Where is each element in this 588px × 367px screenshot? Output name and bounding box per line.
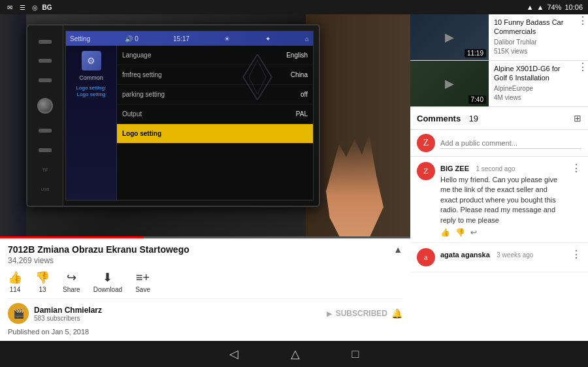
settings-menu: Language English fmfreq setting China pa… xyxy=(117,46,313,200)
sidebar-video-2[interactable]: ▶ 7:40 Alpine X901D-G6 for Golf 6 Instal… xyxy=(410,61,588,107)
comment-author-2: agata aganska xyxy=(440,251,490,259)
car-unit: TF USB Setting 🔊 0 15:17 ☀ ✦ ⌂ xyxy=(26,24,320,207)
save-label: Save xyxy=(135,286,150,293)
current-user-avatar: Z xyxy=(417,134,435,152)
comments-section: Comments 19 ⊞ Z Z BIG ZEE 1 second ago xyxy=(410,107,588,341)
wifi-icon: ▲ xyxy=(527,3,534,11)
sidebar-thumb-2: ▶ 7:40 xyxy=(410,61,489,106)
comment-more-1[interactable]: ⋮ xyxy=(566,162,581,237)
duration-badge-2: 7:40 xyxy=(468,95,486,104)
menu-arrow-logo: ▶ xyxy=(302,129,308,138)
subscribed-label: SUBSCRIBED xyxy=(336,309,387,318)
comments-title-area: Comments 19 xyxy=(417,112,478,124)
tf-label: TF xyxy=(42,168,48,172)
like-count: 114 xyxy=(10,286,21,293)
settings-header: Setting 🔊 0 15:17 ☀ ✦ ⌂ xyxy=(66,31,313,46)
like-button[interactable]: 👍 114 xyxy=(8,270,22,293)
menu-row-output[interactable]: Output PAL xyxy=(117,104,313,124)
sidebar-info-1: 10 Funny Badass Car Commercials Dalibor … xyxy=(489,14,572,60)
volume-icon: 🔊 0 xyxy=(125,35,138,42)
svg-marker-1 xyxy=(249,60,266,95)
channel-name[interactable]: Damian Chmielarz xyxy=(34,306,102,315)
diamond-decoration xyxy=(241,54,274,100)
sidebar-video-1[interactable]: ▶ 11:19 10 Funny Badass Car Commercials … xyxy=(410,14,588,61)
comment-time-1: 1 second ago xyxy=(476,165,515,172)
comment-like-icon[interactable]: 👍 xyxy=(440,228,450,237)
time-display: 10:06 xyxy=(564,3,583,11)
home-button[interactable]: △ xyxy=(291,347,300,361)
sidebar-title-1: 10 Funny Badass Car Commercials xyxy=(494,18,567,37)
video-title-row: 7012B Zmiana Obrazu Ekranu Startowego ▲ xyxy=(8,244,402,255)
comment-reply-icon[interactable]: ↩ xyxy=(470,228,477,237)
logo-setting-link[interactable]: Logo setting: Logo setting xyxy=(76,85,106,99)
menu-row-parking[interactable]: parking setting off xyxy=(117,85,313,104)
bell-icon[interactable]: 🔔 xyxy=(391,308,402,319)
channel-subs: 583 subscribers xyxy=(34,315,102,322)
comment-text-1: Hello my friend. Can you please give me … xyxy=(440,175,561,225)
video-section: TF USB Setting 🔊 0 15:17 ☀ ✦ ⌂ xyxy=(0,14,410,341)
sidebar-views-2: 4M views xyxy=(494,94,567,101)
menu-row-logo[interactable]: Logo setting ▶ xyxy=(117,124,313,144)
comment-body-1: BIG ZEE 1 second ago Hello my friend. Ca… xyxy=(440,162,561,237)
ctrl-btn-3 xyxy=(39,78,52,82)
nav-bar: ◁ △ □ xyxy=(0,341,588,367)
bluetooth-icon: ✦ xyxy=(265,35,270,42)
signal-icon: ▲ xyxy=(537,3,544,11)
menu-label-logo: Logo setting xyxy=(122,130,161,137)
comment-avatar-1: Z xyxy=(417,162,435,180)
download-label: Download xyxy=(93,286,122,293)
unit-screen: Setting 🔊 0 15:17 ☀ ✦ ⌂ ⚙ Common xyxy=(65,31,314,200)
more-button-1[interactable]: ⋮ xyxy=(572,14,588,60)
comment-body-2: agata aganska 3 weeks ago xyxy=(440,248,561,266)
comment-input[interactable] xyxy=(440,138,581,149)
status-bar-left: ✉ ☰ ◎ BG xyxy=(5,3,52,12)
recents-button[interactable]: □ xyxy=(352,347,359,361)
menu-row-language[interactable]: Language English xyxy=(117,46,313,65)
comment-dislike-icon[interactable]: 👎 xyxy=(455,228,465,237)
menu-value-parking: off xyxy=(301,91,308,98)
sidebar-views-1: 515K views xyxy=(494,48,567,55)
sidebar-title-2: Alpine X901D-G6 for Golf 6 Installation xyxy=(494,64,567,83)
menu-label-fmfreq: fmfreq setting xyxy=(122,71,162,78)
sidebar-thumb-1: ▶ 11:19 xyxy=(410,14,489,60)
sidebar-info-2: Alpine X901D-G6 for Golf 6 Installation … xyxy=(489,61,572,106)
setting-label: Setting xyxy=(70,35,90,42)
usb-label: USB xyxy=(41,187,49,191)
menu-row-fmfreq[interactable]: fmfreq setting China xyxy=(117,65,313,85)
publish-date: Published on Jan 5, 2018 xyxy=(8,328,402,336)
comment-more-2[interactable]: ⋮ xyxy=(566,248,581,266)
home-icon-unit: ⌂ xyxy=(305,35,309,42)
video-progress-fill xyxy=(0,236,144,238)
filter-icon[interactable]: ⊞ xyxy=(574,113,581,123)
share-button[interactable]: ↪ Share xyxy=(63,270,80,293)
status-bar: ✉ ☰ ◎ BG ▲ ▲ 74% 10:06 xyxy=(0,0,588,14)
comment-item-1: Z BIG ZEE 1 second ago Hello my friend. … xyxy=(410,157,588,243)
ctrl-btn-5 xyxy=(39,148,52,152)
dislike-button[interactable]: 👎 13 xyxy=(35,270,50,293)
status-label-bg: BG xyxy=(42,3,52,12)
menu-value-output: PAL xyxy=(296,110,308,118)
video-player[interactable]: TF USB Setting 🔊 0 15:17 ☀ ✦ ⌂ xyxy=(0,14,410,238)
comment-avatar-2: a xyxy=(417,248,435,266)
comments-count: 19 xyxy=(469,114,478,123)
status-icon-2: ☰ xyxy=(18,3,27,12)
status-icon-3: ◎ xyxy=(30,3,39,12)
volume-knob xyxy=(37,98,53,114)
download-icon: ⬇ xyxy=(103,270,112,285)
download-button[interactable]: ⬇ Download xyxy=(93,270,122,293)
subscribe-area[interactable]: ▶ SUBSCRIBED 🔔 xyxy=(327,308,402,319)
sidebar-channel-2: AlpineEurope xyxy=(494,85,567,92)
back-button[interactable]: ◁ xyxy=(229,347,238,361)
video-progress-bar[interactable] xyxy=(0,236,410,238)
youtube-icon: ▶ xyxy=(327,310,332,318)
ctrl-btn-2 xyxy=(39,59,52,63)
save-button[interactable]: ≡+ Save xyxy=(135,271,150,293)
settings-left-panel: ⚙ Common Logo setting: Logo setting xyxy=(66,46,117,200)
dislike-count: 13 xyxy=(39,286,46,293)
expand-icon[interactable]: ▲ xyxy=(393,244,402,255)
video-actions-row: 👍 114 👎 13 ↪ Share ⬇ Download ≡+ Sav xyxy=(8,270,402,293)
more-button-2[interactable]: ⋮ xyxy=(572,61,588,106)
sidebar-channel-1: Dalibor Truhlar xyxy=(494,39,567,46)
menu-label-output: Output xyxy=(122,110,142,118)
comment-input-area: Z xyxy=(410,130,588,157)
